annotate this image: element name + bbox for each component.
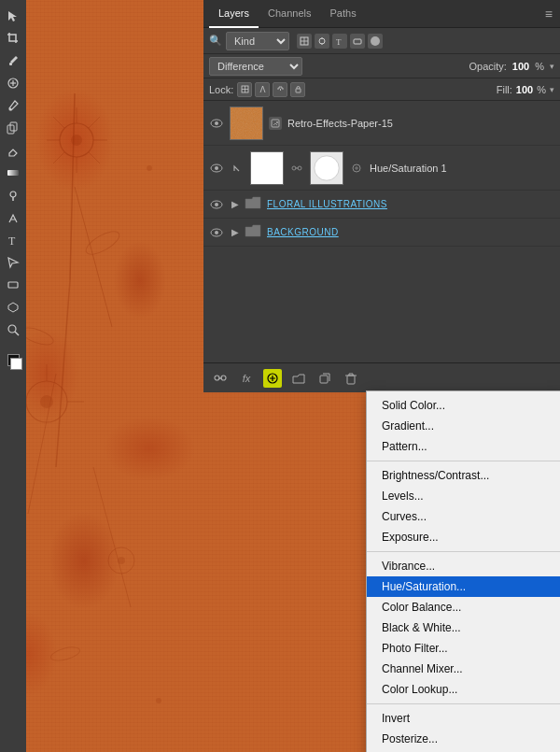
tool-dodge[interactable] [3, 185, 23, 206]
svg-point-6 [71, 135, 82, 146]
link-layers-button[interactable] [211, 369, 230, 388]
tab-paths[interactable]: Paths [321, 0, 366, 28]
menu-solid-color[interactable]: Solid Color... [367, 395, 560, 416]
layer-arrow-icon [230, 161, 245, 176]
folder-arrow-bg[interactable]: ▶ [231, 227, 239, 237]
adjustment-layer-dropdown: Solid Color... Gradient... Pattern... Br… [366, 390, 560, 752]
foreground-color[interactable] [3, 351, 23, 372]
menu-channel-mixer[interactable]: Channel Mixer... [367, 659, 560, 679]
filter-type-icon[interactable]: T [332, 34, 347, 49]
tool-3d[interactable] [3, 297, 23, 318]
menu-pattern[interactable]: Pattern... [367, 436, 560, 457]
svg-line-14 [53, 152, 64, 163]
fill-percent: % [537, 84, 546, 95]
tool-rectangle[interactable] [3, 275, 23, 295]
blend-mode-dropdown[interactable]: Normal Difference Multiply [209, 57, 302, 76]
svg-point-36 [10, 192, 16, 197]
menu-color-lookup[interactable]: Color Lookup... [367, 679, 560, 700]
menu-sep-2 [367, 551, 560, 552]
lock-artboard-button[interactable] [273, 82, 287, 97]
menu-levels[interactable]: Levels... [367, 486, 560, 506]
visibility-icon-floral[interactable] [209, 197, 224, 212]
search-icon: 🔍 [209, 35, 222, 47]
fx-button[interactable]: fx [237, 369, 256, 388]
lock-pixels-button[interactable] [237, 82, 252, 97]
layer-link-chain [289, 161, 304, 176]
filter-adjust-icon[interactable] [315, 34, 329, 49]
new-group-button[interactable] [289, 369, 308, 388]
svg-line-12 [53, 117, 64, 128]
menu-black-white[interactable]: Black & White... [367, 617, 560, 638]
filter-pixel-icon[interactable] [297, 34, 312, 49]
svg-point-62 [215, 166, 218, 170]
svg-point-21 [118, 557, 125, 564]
layer-item-paper[interactable]: Retro-Effects-Paper-15 [203, 101, 560, 146]
layer-name-floral: FLORAL ILLUSTRATIONS [267, 199, 554, 209]
layer-name-paper: Retro-Effects-Paper-15 [287, 118, 554, 129]
layer-adjustment-icon [349, 161, 364, 176]
svg-rect-58 [231, 106, 263, 140]
svg-line-13 [89, 152, 100, 163]
opacity-percent: % [535, 61, 544, 72]
menu-vibrance[interactable]: Vibrance... [367, 556, 560, 576]
tool-healing[interactable] [3, 73, 23, 93]
lock-all-button[interactable] [290, 82, 305, 97]
layer-item-floral[interactable]: ▶ FLORAL ILLUSTRATIONS [203, 191, 560, 219]
menu-brightness[interactable]: Brightness/Contrast... [367, 465, 560, 486]
menu-invert[interactable]: Invert [367, 708, 560, 729]
blend-opacity-row: Normal Difference Multiply Opacity: 100 … [203, 54, 560, 78]
layer-item-hue[interactable]: Hue/Saturation 1 [203, 146, 560, 191]
kind-dropdown[interactable]: Kind Name Effect Mode [226, 32, 289, 50]
tool-gradient[interactable] [3, 163, 23, 183]
visibility-icon-hue[interactable] [209, 161, 224, 176]
tool-brush[interactable] [3, 95, 23, 116]
tool-eraser[interactable] [3, 140, 23, 161]
opacity-arrow[interactable]: ▾ [550, 62, 554, 71]
layer-item-background[interactable]: ▶ BACKGROUND [203, 219, 560, 247]
tool-pen[interactable] [3, 207, 23, 228]
menu-posterize[interactable]: Posterize... [367, 729, 560, 749]
svg-rect-35 [7, 170, 19, 176]
tool-zoom[interactable] [3, 319, 23, 340]
filter-row: 🔍 Kind Name Effect Mode T [203, 28, 560, 54]
svg-line-0 [70, 93, 75, 280]
new-layer-button[interactable] [315, 369, 334, 388]
layer-name-hue: Hue/Saturation 1 [370, 163, 554, 174]
menu-curves[interactable]: Curves... [367, 506, 560, 527]
tab-channels[interactable]: Channels [259, 0, 320, 28]
svg-rect-28 [9, 63, 12, 65]
fill-arrow[interactable]: ▾ [550, 85, 554, 94]
menu-color-balance[interactable]: Color Balance... [367, 597, 560, 617]
layers-list: Retro-Effects-Paper-15 Hue/Saturation 1 [203, 101, 560, 362]
filter-shape-icon[interactable] [350, 34, 365, 49]
tool-crop[interactable] [3, 28, 23, 49]
svg-point-25 [147, 165, 152, 171]
visibility-icon-bg[interactable] [209, 225, 224, 240]
layers-panel: Layers Channels Paths ≡ 🔍 Kind Name Effe… [203, 0, 560, 392]
filter-smart-icon[interactable] [368, 34, 383, 49]
tab-layers[interactable]: Layers [209, 0, 259, 28]
tool-path-select[interactable] [3, 252, 23, 273]
layer-thumb-hue [250, 151, 284, 185]
menu-gradient[interactable]: Gradient... [367, 416, 560, 436]
tool-eyedropper[interactable] [3, 50, 23, 71]
filter-icons: T [297, 34, 383, 49]
panel-menu-button[interactable]: ≡ [545, 7, 553, 21]
tool-select[interactable] [3, 6, 23, 26]
tool-text[interactable]: T [3, 230, 23, 250]
menu-hue-saturation[interactable]: Hue/Saturation... [367, 576, 560, 597]
folder-icon-floral [245, 195, 261, 213]
tool-clone[interactable] [3, 118, 23, 138]
menu-photo-filter[interactable]: Photo Filter... [367, 638, 560, 659]
svg-rect-74 [320, 376, 328, 383]
panel-bottom-toolbar: fx [203, 362, 560, 392]
menu-exposure[interactable]: Exposure... [367, 527, 560, 547]
delete-layer-button[interactable] [342, 369, 360, 388]
lock-position-button[interactable] [255, 82, 270, 97]
folder-arrow-floral[interactable]: ▶ [231, 199, 239, 209]
svg-rect-53 [296, 89, 301, 92]
svg-point-65 [315, 155, 339, 179]
new-adjustment-layer-button[interactable] [263, 369, 282, 388]
visibility-icon-paper[interactable] [209, 116, 224, 131]
layer-badge-paper [269, 117, 282, 130]
